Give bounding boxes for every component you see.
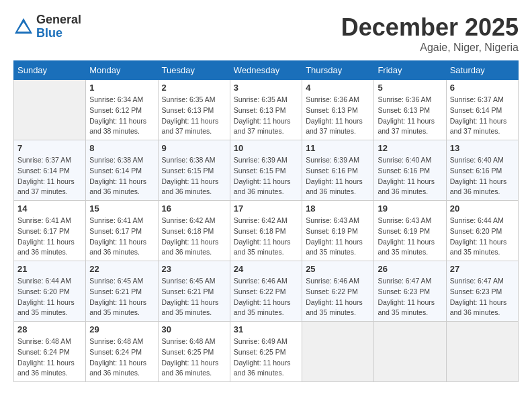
logo-text: General Blue: [36, 13, 81, 40]
day-info: Sunrise: 6:35 AMSunset: 6:13 PMDaylight:…: [234, 95, 298, 137]
calendar-day-cell: 26Sunrise: 6:47 AMSunset: 6:23 PMDayligh…: [374, 261, 446, 322]
weekday-header: Tuesday: [158, 61, 230, 80]
weekday-header-row: SundayMondayTuesdayWednesdayThursdayFrid…: [14, 61, 519, 80]
calendar-day-cell: 27Sunrise: 6:47 AMSunset: 6:23 PMDayligh…: [446, 261, 518, 322]
weekday-header: Thursday: [302, 61, 374, 80]
calendar-day-cell: 30Sunrise: 6:48 AMSunset: 6:25 PMDayligh…: [158, 322, 230, 382]
calendar-day-cell: [374, 322, 446, 382]
day-info: Sunrise: 6:36 AMSunset: 6:13 PMDaylight:…: [378, 95, 442, 137]
day-number: 8: [89, 143, 154, 153]
day-number: 5: [378, 83, 442, 93]
calendar-day-cell: [446, 322, 518, 382]
day-info: Sunrise: 6:40 AMSunset: 6:16 PMDaylight:…: [378, 155, 442, 197]
day-info: Sunrise: 6:41 AMSunset: 6:17 PMDaylight:…: [17, 216, 82, 258]
logo: General Blue: [13, 13, 81, 40]
calendar-day-cell: 24Sunrise: 6:46 AMSunset: 6:22 PMDayligh…: [230, 261, 302, 322]
weekday-header: Sunday: [14, 61, 86, 80]
day-info: Sunrise: 6:48 AMSunset: 6:25 PMDaylight:…: [162, 336, 226, 379]
day-number: 23: [162, 264, 226, 274]
calendar-day-cell: 14Sunrise: 6:41 AMSunset: 6:17 PMDayligh…: [14, 201, 86, 261]
day-number: 14: [17, 203, 82, 214]
calendar-day-cell: 29Sunrise: 6:48 AMSunset: 6:24 PMDayligh…: [86, 322, 158, 382]
day-number: 25: [306, 264, 370, 274]
calendar-day-cell: 2Sunrise: 6:35 AMSunset: 6:13 PMDaylight…: [158, 80, 230, 140]
day-number: 27: [450, 264, 515, 274]
day-number: 26: [378, 264, 442, 274]
day-number: 7: [17, 143, 82, 153]
calendar-day-cell: 17Sunrise: 6:42 AMSunset: 6:18 PMDayligh…: [230, 201, 302, 261]
calendar-day-cell: 28Sunrise: 6:48 AMSunset: 6:24 PMDayligh…: [14, 322, 86, 382]
day-number: 11: [306, 143, 370, 153]
day-info: Sunrise: 6:49 AMSunset: 6:25 PMDaylight:…: [234, 336, 298, 379]
day-info: Sunrise: 6:34 AMSunset: 6:12 PMDaylight:…: [89, 95, 154, 137]
day-number: 2: [162, 83, 226, 93]
day-number: 12: [378, 143, 442, 153]
page-header: General Blue December 2025 Agaie, Niger,…: [13, 13, 519, 54]
weekday-header: Friday: [374, 61, 446, 80]
day-info: Sunrise: 6:44 AMSunset: 6:20 PMDaylight:…: [450, 216, 515, 258]
day-number: 6: [450, 83, 515, 93]
calendar-day-cell: 31Sunrise: 6:49 AMSunset: 6:25 PMDayligh…: [230, 322, 302, 382]
day-info: Sunrise: 6:38 AMSunset: 6:15 PMDaylight:…: [162, 155, 226, 197]
calendar-day-cell: 16Sunrise: 6:42 AMSunset: 6:18 PMDayligh…: [158, 201, 230, 261]
day-info: Sunrise: 6:42 AMSunset: 6:18 PMDaylight:…: [162, 216, 226, 258]
calendar-day-cell: 23Sunrise: 6:45 AMSunset: 6:21 PMDayligh…: [158, 261, 230, 322]
title-block: December 2025 Agaie, Niger, Nigeria: [341, 13, 519, 54]
day-info: Sunrise: 6:46 AMSunset: 6:22 PMDaylight:…: [306, 276, 370, 318]
logo-blue-text: Blue: [36, 27, 81, 40]
calendar-day-cell: 4Sunrise: 6:36 AMSunset: 6:13 PMDaylight…: [302, 80, 374, 140]
day-number: 30: [162, 324, 226, 334]
day-number: 3: [234, 83, 298, 93]
calendar-week-row: 21Sunrise: 6:44 AMSunset: 6:20 PMDayligh…: [14, 261, 519, 322]
day-number: 31: [234, 324, 298, 334]
day-number: 22: [89, 264, 154, 274]
day-info: Sunrise: 6:35 AMSunset: 6:13 PMDaylight:…: [162, 95, 226, 137]
day-number: 20: [450, 203, 515, 214]
day-number: 17: [234, 203, 298, 214]
day-info: Sunrise: 6:38 AMSunset: 6:14 PMDaylight:…: [89, 155, 154, 197]
day-info: Sunrise: 6:37 AMSunset: 6:14 PMDaylight:…: [17, 155, 82, 197]
day-info: Sunrise: 6:48 AMSunset: 6:24 PMDaylight:…: [17, 336, 82, 379]
day-number: 16: [162, 203, 226, 214]
day-number: 10: [234, 143, 298, 153]
weekday-header: Monday: [86, 61, 158, 80]
calendar-day-cell: [14, 80, 86, 140]
calendar-day-cell: 25Sunrise: 6:46 AMSunset: 6:22 PMDayligh…: [302, 261, 374, 322]
calendar-day-cell: 12Sunrise: 6:40 AMSunset: 6:16 PMDayligh…: [374, 140, 446, 201]
day-number: 4: [306, 83, 370, 93]
calendar-table: SundayMondayTuesdayWednesdayThursdayFrid…: [13, 60, 519, 382]
calendar-day-cell: 8Sunrise: 6:38 AMSunset: 6:14 PMDaylight…: [86, 140, 158, 201]
weekday-header: Wednesday: [230, 61, 302, 80]
calendar-day-cell: 5Sunrise: 6:36 AMSunset: 6:13 PMDaylight…: [374, 80, 446, 140]
month-title: December 2025: [341, 13, 519, 42]
logo-icon: [13, 17, 34, 37]
day-info: Sunrise: 6:43 AMSunset: 6:19 PMDaylight:…: [378, 216, 442, 258]
calendar-day-cell: 9Sunrise: 6:38 AMSunset: 6:15 PMDaylight…: [158, 140, 230, 201]
calendar-week-row: 7Sunrise: 6:37 AMSunset: 6:14 PMDaylight…: [14, 140, 519, 201]
day-number: 19: [378, 203, 442, 214]
day-number: 21: [17, 264, 82, 274]
day-info: Sunrise: 6:48 AMSunset: 6:24 PMDaylight:…: [89, 336, 154, 379]
calendar-week-row: 1Sunrise: 6:34 AMSunset: 6:12 PMDaylight…: [14, 80, 519, 140]
day-number: 9: [162, 143, 226, 153]
day-info: Sunrise: 6:37 AMSunset: 6:14 PMDaylight:…: [450, 95, 515, 137]
calendar-day-cell: 13Sunrise: 6:40 AMSunset: 6:16 PMDayligh…: [446, 140, 518, 201]
day-info: Sunrise: 6:47 AMSunset: 6:23 PMDaylight:…: [378, 276, 442, 318]
day-info: Sunrise: 6:43 AMSunset: 6:19 PMDaylight:…: [306, 216, 370, 258]
calendar-day-cell: [302, 322, 374, 382]
weekday-header: Saturday: [446, 61, 518, 80]
day-info: Sunrise: 6:41 AMSunset: 6:17 PMDaylight:…: [89, 216, 154, 258]
calendar-week-row: 14Sunrise: 6:41 AMSunset: 6:17 PMDayligh…: [14, 201, 519, 261]
day-info: Sunrise: 6:40 AMSunset: 6:16 PMDaylight:…: [450, 155, 515, 197]
calendar-day-cell: 20Sunrise: 6:44 AMSunset: 6:20 PMDayligh…: [446, 201, 518, 261]
calendar-day-cell: 3Sunrise: 6:35 AMSunset: 6:13 PMDaylight…: [230, 80, 302, 140]
day-number: 28: [17, 324, 82, 334]
calendar-day-cell: 10Sunrise: 6:39 AMSunset: 6:15 PMDayligh…: [230, 140, 302, 201]
day-info: Sunrise: 6:39 AMSunset: 6:15 PMDaylight:…: [234, 155, 298, 197]
day-info: Sunrise: 6:45 AMSunset: 6:21 PMDaylight:…: [89, 276, 154, 318]
day-number: 13: [450, 143, 515, 153]
calendar-day-cell: 18Sunrise: 6:43 AMSunset: 6:19 PMDayligh…: [302, 201, 374, 261]
location-text: Agaie, Niger, Nigeria: [341, 42, 519, 54]
calendar-day-cell: 6Sunrise: 6:37 AMSunset: 6:14 PMDaylight…: [446, 80, 518, 140]
day-info: Sunrise: 6:36 AMSunset: 6:13 PMDaylight:…: [306, 95, 370, 137]
